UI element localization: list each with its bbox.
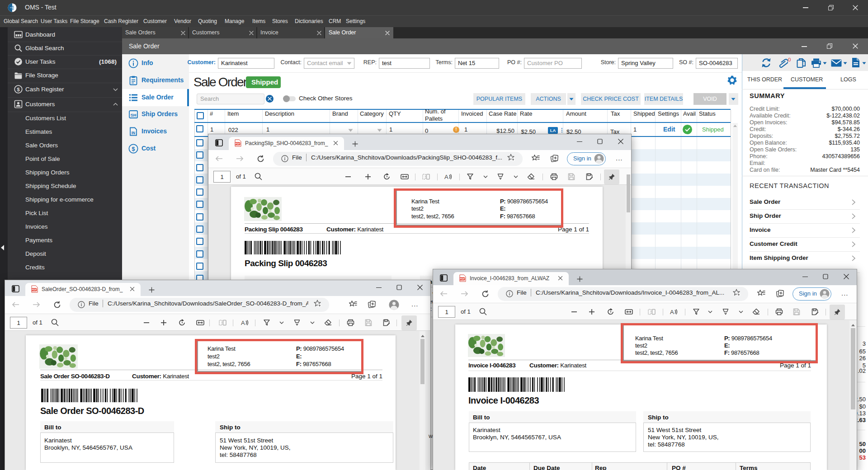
svg-text:PDF: PDF xyxy=(32,288,37,291)
svg-text:A: A xyxy=(670,309,674,315)
svg-text:PDF: PDF xyxy=(460,277,465,280)
svg-text:SH: SH xyxy=(130,113,136,118)
svg-text:A: A xyxy=(444,174,448,180)
svg-text:IN: IN xyxy=(132,131,136,135)
svg-text:$: $ xyxy=(132,146,135,152)
svg-text:PDF: PDF xyxy=(235,142,241,145)
svg-text:A: A xyxy=(241,320,245,326)
svg-text:$: $ xyxy=(17,87,20,92)
